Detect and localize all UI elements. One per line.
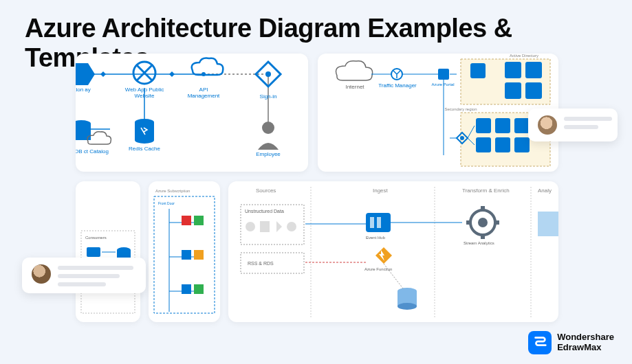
- svg-text:Consumers: Consumers: [85, 236, 107, 240]
- svg-text:Stream Analytics: Stream Analytics: [464, 241, 494, 245]
- template-card-5[interactable]: Sources Ingest Transform & Enrich Analy …: [228, 181, 558, 322]
- svg-rect-64: [182, 284, 191, 294]
- svg-rect-29: [505, 62, 521, 78]
- svg-rect-30: [525, 62, 542, 78]
- svg-text:Ingest: Ingest: [373, 187, 389, 194]
- svg-point-11: [265, 71, 271, 77]
- label-signin: Sign-in: [248, 93, 289, 100]
- template-card-1[interactable]: Web App Public Website API Management Si…: [76, 54, 308, 172]
- svg-rect-33: [476, 118, 491, 133]
- label-secondary: Secondary region: [440, 107, 481, 111]
- svg-rect-36: [476, 137, 491, 152]
- svg-rect-60: [182, 216, 191, 225]
- svg-point-15: [135, 137, 154, 144]
- svg-rect-43: [87, 247, 100, 257]
- comment-bubble-right: [528, 109, 618, 141]
- svg-text:Unstructured Data: Unstructured Data: [245, 209, 284, 214]
- template-card-2[interactable]: Internet Traffic Manager Azure Portal Ac…: [318, 54, 558, 172]
- svg-rect-91: [481, 234, 485, 239]
- edrawmax-logo-icon: [528, 331, 552, 354]
- diagram-2-svg: [318, 54, 558, 172]
- brand-line1: Wondershare: [557, 332, 614, 343]
- brand-logo: Wondershare EdrawMax: [528, 331, 614, 354]
- svg-text:Front Door: Front Door: [158, 201, 175, 205]
- label-web-app: Web App Public Website: [124, 87, 165, 99]
- svg-text:Sources: Sources: [256, 187, 276, 194]
- svg-point-10: [201, 72, 206, 76]
- label-gateway: tion ay: [76, 87, 103, 93]
- comment-placeholder-lines: [58, 264, 133, 286]
- label-employee: Employee: [248, 151, 289, 157]
- template-card-4[interactable]: Azure Subscription Front Door: [149, 181, 220, 322]
- svg-text:Azure Subscription: Azure Subscription: [155, 189, 190, 193]
- diagram-5-svg: Sources Ingest Transform & Enrich Analy …: [228, 181, 558, 322]
- svg-point-12: [262, 122, 274, 134]
- svg-text:RSS & RDS: RSS & RDS: [248, 261, 274, 266]
- svg-rect-93: [494, 220, 499, 225]
- label-traffic-mgr: Traffic Manager: [377, 82, 418, 89]
- label-active-directory: Active Directory: [503, 54, 545, 58]
- svg-point-77: [287, 222, 296, 231]
- svg-point-97: [397, 303, 417, 310]
- svg-point-89: [478, 218, 488, 227]
- svg-text:Azure Function: Azure Function: [364, 267, 392, 271]
- svg-point-24: [460, 136, 464, 140]
- diagram-3-svg: Consumers: [76, 181, 140, 322]
- svg-text:Transform & Enrich: Transform & Enrich: [462, 187, 510, 194]
- label-azure-portal: Azure Portal: [422, 82, 464, 87]
- svg-rect-99: [538, 212, 558, 236]
- template-card-3[interactable]: Consumers: [76, 181, 140, 322]
- svg-rect-31: [505, 82, 521, 99]
- svg-rect-90: [481, 206, 485, 212]
- svg-rect-92: [466, 220, 472, 225]
- svg-rect-34: [495, 118, 510, 133]
- brand-line2: EdrawMax: [557, 343, 614, 353]
- label-internet: Internet: [334, 84, 375, 90]
- svg-rect-37: [495, 137, 510, 152]
- svg-rect-65: [194, 284, 204, 294]
- svg-point-75: [246, 222, 255, 231]
- svg-rect-28: [470, 63, 486, 78]
- svg-rect-83: [370, 217, 374, 228]
- svg-rect-61: [194, 216, 204, 225]
- diagram-4-svg: Azure Subscription Front Door: [149, 181, 220, 322]
- svg-rect-62: [182, 250, 191, 260]
- svg-rect-35: [514, 118, 530, 133]
- svg-rect-38: [514, 137, 530, 152]
- svg-rect-84: [377, 217, 381, 228]
- svg-rect-32: [525, 82, 542, 99]
- svg-text:Analy: Analy: [538, 187, 552, 194]
- comment-placeholder-lines: [564, 115, 612, 129]
- comment-bubble-left: [22, 258, 146, 293]
- svg-text:Event Hub: Event Hub: [366, 236, 386, 240]
- svg-rect-76: [260, 221, 270, 232]
- template-gallery: Web App Public Website API Management Si…: [76, 54, 557, 328]
- label-api-mgmt: API Management: [183, 87, 224, 99]
- svg-rect-21: [438, 69, 449, 80]
- svg-rect-17: [76, 124, 91, 140]
- label-sql-db: L DB ct Catalog: [76, 148, 110, 155]
- svg-rect-63: [194, 250, 204, 260]
- avatar: [32, 264, 51, 284]
- label-redis: Redis Cache: [124, 146, 165, 152]
- avatar: [538, 115, 557, 135]
